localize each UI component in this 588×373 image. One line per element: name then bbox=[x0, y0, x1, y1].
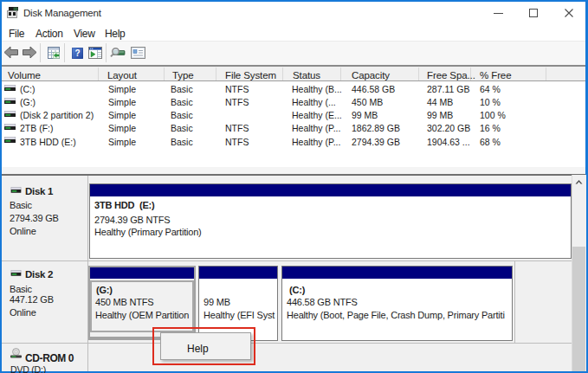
svg-text:?: ? bbox=[74, 48, 80, 58]
